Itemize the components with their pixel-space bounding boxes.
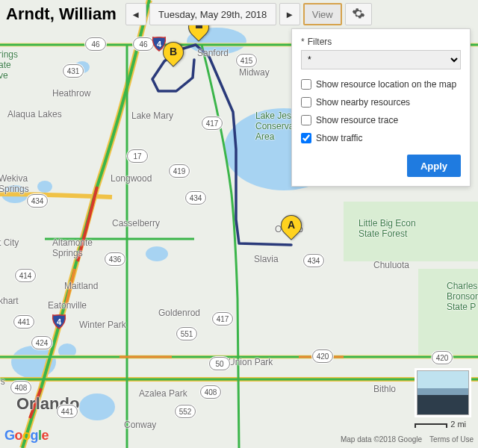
filters-heading: Filters [308,37,332,47]
apply-button[interactable]: Apply [407,155,461,177]
settings-button[interactable] [345,3,372,25]
route-shield: 46 [85,37,106,51]
filter-label: Show resource trace [316,115,398,125]
route-shield: 434 [303,254,324,267]
route-shield: 415 [236,54,257,67]
chevron-right-icon: ► [285,9,294,20]
route-shield: 436 [105,252,125,266]
date-button[interactable]: Tuesday, May 29th, 2018 [149,3,276,25]
route-shield: 408 [10,381,31,394]
prev-day-button[interactable]: ◄ [125,3,146,25]
filters-select[interactable]: * [301,50,461,69]
route-shield: 434 [27,194,48,208]
city-label: Altamonte Springs [52,237,93,258]
city-label: Casselberry [112,218,160,228]
city-label: Goldenrod [158,308,200,318]
filters-panel: * Filters * Show resource location on th… [291,28,471,187]
map-marker-B[interactable]: B [163,42,184,72]
page-title: Arndt, William [6,4,122,24]
filter-checkbox[interactable] [301,97,311,108]
route-shield: 417 [212,312,233,326]
satellite-toggle[interactable] [417,370,469,415]
city-label: Slavia [254,254,279,264]
route-shield: 419 [169,164,190,178]
route-shield: 420 [432,351,453,364]
filter-label: Show resource location on the map [316,79,456,90]
route-shield: 17 [127,149,148,163]
route-shield: 424 [31,336,52,349]
route-shield: 408 [200,385,221,399]
route-shield: 414 [15,269,36,282]
route-shield: 434 [185,191,206,205]
city-label: ls [0,376,5,387]
city-label: Longwood [111,173,152,184]
city-label: Midway [239,67,270,78]
city-label: khart [0,296,19,306]
route-shield: 417 [202,116,223,130]
city-label: Chuluota [373,260,409,270]
city-label: Alaqua Lakes [7,109,62,119]
attribution-terms[interactable]: Terms of Use [429,435,474,444]
city-label: Union Park [229,357,273,367]
interstate-shield: 4 [51,314,67,330]
filter-label: Show nearby resources [316,97,410,108]
city-label: Winter Park [79,320,126,330]
filter-option[interactable]: Show resource trace [301,111,461,129]
city-label: Azalea Park [139,388,187,399]
filter-option[interactable]: Show traffic [301,129,461,147]
city-label: Heathrow [52,88,90,99]
city-label: Sanford [197,48,229,58]
route-shield: 420 [312,349,333,363]
scale-label: 2 mi [450,420,466,429]
route-shield: 441 [13,315,34,329]
svg-point-8 [37,181,52,193]
city-label: Bithlo [373,384,396,394]
city-label: Wekiva Springs [0,173,29,194]
map-marker-A[interactable]: A [281,215,302,245]
route-shield: 552 [175,405,196,418]
route-shield: 441 [57,405,78,418]
city-label: Maitland [64,281,98,291]
filter-option[interactable]: Show nearby resources [301,93,461,111]
filter-option[interactable]: Show resource location on the map [301,75,461,93]
route-shield: 551 [176,327,197,340]
city-label: Eatonville [48,300,87,311]
city-label: Conway [124,420,156,430]
city-label: rings ate ve [0,49,18,81]
google-logo: Google [4,428,49,444]
city-label: Lake Mary [131,111,173,121]
filter-checkbox[interactable] [301,79,311,90]
next-day-button[interactable]: ► [279,3,300,25]
route-shield: 50 [209,357,230,370]
svg-point-4 [79,393,115,420]
view-button[interactable]: View [303,3,342,25]
filter-label: Show traffic [316,133,362,143]
attribution-data: Map data ©2018 Google [341,435,422,444]
gear-icon [352,7,365,22]
svg-point-6 [146,246,168,261]
chevron-left-icon: ◄ [131,9,140,20]
map-attribution: Map data ©2018 Google Terms of Use [341,435,474,444]
city-label: t City [0,237,19,248]
city-label: Little Big Econ State Forest [358,218,416,239]
required-star: * [301,37,305,47]
top-bar: Arndt, William ◄ Tuesday, May 29th, 2018… [0,3,478,25]
filter-checkbox[interactable] [301,115,311,125]
city-label: Charles Bronson State P [447,281,478,312]
filter-checkbox[interactable] [301,133,311,143]
scale-bar: 2 mi [415,420,466,429]
route-shield: 431 [63,64,84,78]
